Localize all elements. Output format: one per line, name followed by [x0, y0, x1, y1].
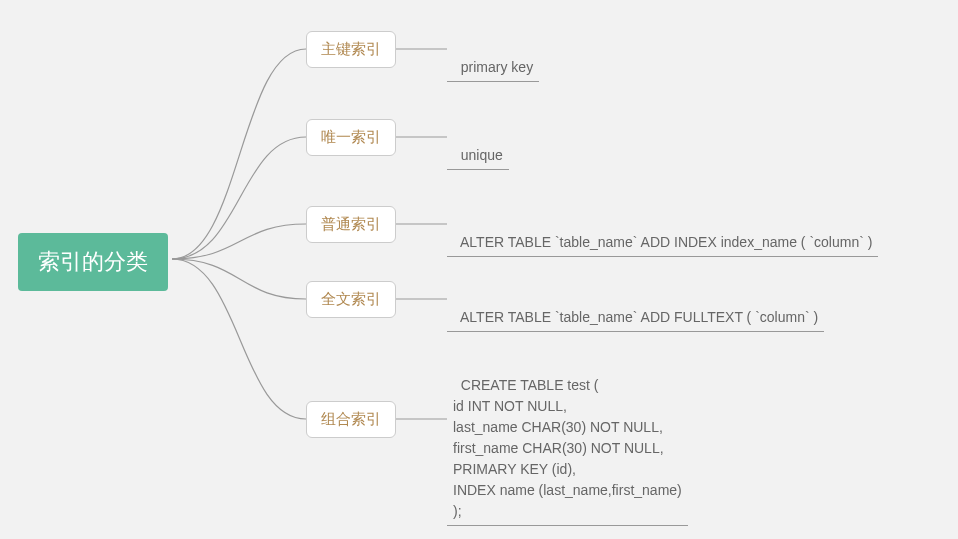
child-node-normal-index[interactable]: 普通索引	[306, 206, 396, 243]
leaf-composite: CREATE TABLE test ( id INT NOT NULL, las…	[447, 354, 688, 526]
root-label: 索引的分类	[38, 249, 148, 274]
child-node-fulltext[interactable]: 全文索引	[306, 281, 396, 318]
leaf-text: unique	[461, 147, 503, 163]
child-label: 普通索引	[321, 215, 381, 232]
child-label: 全文索引	[321, 290, 381, 307]
root-node[interactable]: 索引的分类	[18, 233, 168, 291]
leaf-unique: unique	[447, 124, 509, 170]
child-node-primary-key[interactable]: 主键索引	[306, 31, 396, 68]
leaf-text: primary key	[461, 59, 533, 75]
leaf-text: ALTER TABLE `table_name` ADD FULLTEXT ( …	[460, 309, 818, 325]
leaf-fulltext: ALTER TABLE `table_name` ADD FULLTEXT ( …	[447, 286, 824, 332]
leaf-primary-key: primary key	[447, 36, 539, 82]
child-label: 主键索引	[321, 40, 381, 57]
child-label: 唯一索引	[321, 128, 381, 145]
child-label: 组合索引	[321, 410, 381, 427]
leaf-normal-index: ALTER TABLE `table_name` ADD INDEX index…	[447, 211, 878, 257]
leaf-text: CREATE TABLE test ( id INT NOT NULL, las…	[453, 377, 682, 519]
child-node-composite[interactable]: 组合索引	[306, 401, 396, 438]
child-node-unique[interactable]: 唯一索引	[306, 119, 396, 156]
leaf-text: ALTER TABLE `table_name` ADD INDEX index…	[460, 234, 872, 250]
